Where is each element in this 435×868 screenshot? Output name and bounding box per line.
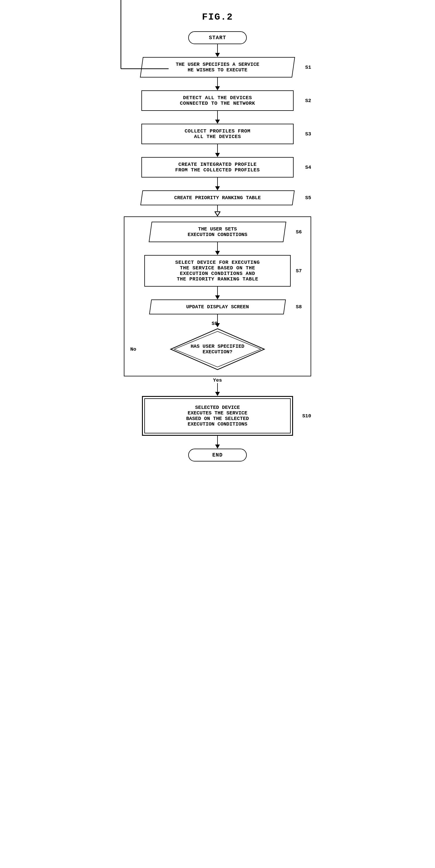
yes-section: Yes (106, 376, 329, 396)
s6-label: S6 (296, 229, 302, 235)
s4-row: CREATE INTEGRATED PROFILEFROM THE COLLEC… (106, 157, 329, 178)
s5-label: S5 (305, 195, 311, 200)
s7-label: S7 (296, 268, 302, 274)
s1-box: THE USER SPECIFIES A SERVICEHE WISHES TO… (140, 57, 295, 78)
arrow-2 (106, 78, 329, 90)
s10-box: SELECTED DEVICEEXECUTES THE SERVICEBASED… (144, 398, 291, 433)
s3-box: COLLECT PROFILES FROMALL THE DEVICES (141, 124, 294, 144)
figure-title: FIG.2 (202, 12, 233, 23)
s9-diamond (168, 327, 267, 371)
arrow-8 (124, 287, 311, 300)
flowchart: START THE USER SPECIFIES A SERVICEHE WIS… (106, 31, 329, 462)
s3-label: S3 (305, 131, 311, 137)
s6-row: THE USER SETSEXECUTION CONDITIONS S6 (124, 217, 311, 242)
arrow-4 (106, 144, 329, 157)
s10-label: S10 (302, 413, 311, 419)
s9-no-label: No (130, 346, 136, 352)
svg-marker-0 (215, 212, 220, 216)
arrow-7 (124, 242, 311, 255)
s5-row: CREATE PRIORITY RANKING TABLE S5 (106, 190, 329, 205)
s8-label: S8 (296, 304, 302, 310)
arrow-10 (106, 383, 329, 396)
s3-row: COLLECT PROFILES FROMALL THE DEVICES S3 (106, 124, 329, 144)
s6-text: THE USER SETSEXECUTION CONDITIONS (165, 226, 270, 238)
s2-label: S2 (305, 98, 311, 103)
s9-label: S9 (212, 321, 218, 327)
s8-text: UPDATE DISPLAY SCREEN (165, 304, 270, 310)
s2-row: DETECT ALL THE DEVICESCONNECTED TO THE N… (106, 90, 329, 111)
s10-row: SELECTED DEVICEEXECUTES THE SERVICEBASED… (106, 396, 329, 436)
hollow-arrow (214, 211, 221, 216)
s7-row: SELECT DEVICE FOR EXECUTINGTHE SERVICE B… (124, 255, 311, 287)
s6-box: THE USER SETSEXECUTION CONDITIONS (149, 222, 286, 242)
s7-box: SELECT DEVICE FOR EXECUTINGTHE SERVICE B… (144, 255, 291, 287)
loop-box: THE USER SETSEXECUTION CONDITIONS S6 SEL… (124, 216, 311, 376)
arrow-5 (106, 178, 329, 190)
start-terminal: START (188, 31, 247, 44)
arrow-6 (106, 205, 329, 216)
s8-box: UPDATE DISPLAY SCREEN (149, 300, 286, 314)
s5-text: CREATE PRIORITY RANKING TABLE (156, 195, 279, 200)
s1-label: S1 (305, 65, 311, 70)
svg-marker-1 (171, 329, 264, 370)
s1-row: THE USER SPECIFIES A SERVICEHE WISHES TO… (106, 57, 329, 78)
s9-row: S9 HAS USER SPECIFIEDEXECUTION? No (124, 327, 311, 371)
s4-label: S4 (305, 165, 311, 170)
s1-text: THE USER SPECIFIES A SERVICEHE WISHES TO… (156, 62, 279, 73)
s8-row: UPDATE DISPLAY SCREEN S8 (124, 300, 311, 314)
arrow-1 (106, 44, 329, 57)
s2-box: DETECT ALL THE DEVICESCONNECTED TO THE N… (141, 90, 294, 111)
yes-label: Yes (213, 377, 222, 383)
s4-box: CREATE INTEGRATED PROFILEFROM THE COLLEC… (141, 157, 294, 178)
page: FIG.2 START THE USER SPECIFIES A SERVICE… (106, 12, 329, 462)
arrow-11 (106, 436, 329, 448)
s5-box: CREATE PRIORITY RANKING TABLE (140, 190, 294, 205)
arrow-3 (106, 111, 329, 124)
end-terminal: END (188, 448, 247, 462)
